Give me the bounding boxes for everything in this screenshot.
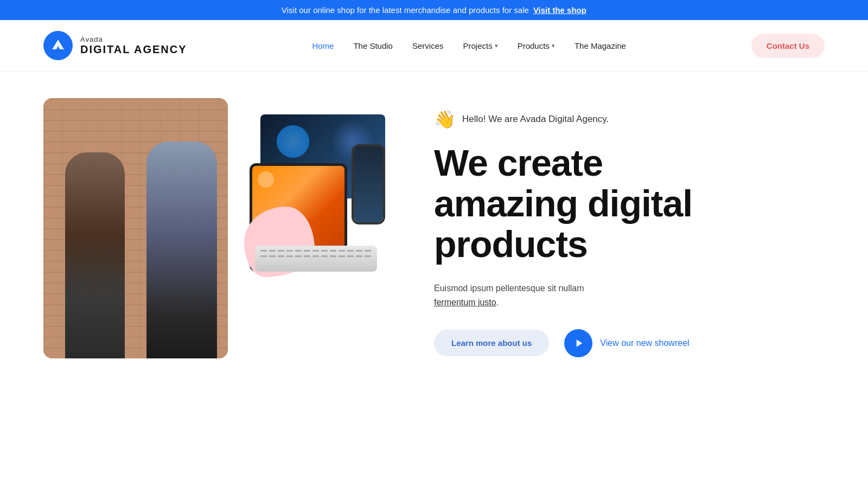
learn-more-button[interactable]: Learn more about us [434, 330, 549, 356]
chevron-down-icon: ▾ [495, 42, 498, 49]
play-icon [575, 338, 584, 348]
header: Avada DIGITAL AGENCY Home The Studio Ser… [0, 20, 868, 71]
hero-description: Euismod ipsum pellentesque sit nullam fe… [434, 281, 608, 309]
logo[interactable]: Avada DIGITAL AGENCY [43, 31, 187, 60]
hero-actions: Learn more about us View our new showree… [434, 329, 825, 357]
showreel-section[interactable]: View our new showreel [564, 329, 689, 357]
agency-name: DIGITAL AGENCY [80, 43, 187, 56]
hero-title: We create amazing digital products [434, 143, 825, 264]
nav-studio[interactable]: The Studio [353, 41, 393, 50]
banner-link[interactable]: Visit the shop [533, 5, 586, 15]
main-nav: Home The Studio Services Projects ▾ Prod… [312, 41, 626, 50]
top-banner: Visit our online shop for the latest mer… [0, 0, 868, 20]
hero-people-image [43, 98, 228, 358]
hero-content: 👋 Hello! We are Avada Digital Agency. We… [434, 98, 825, 357]
nav-projects[interactable]: Projects ▾ [463, 41, 497, 50]
keyboard-image [255, 246, 377, 272]
nav-home[interactable]: Home [312, 41, 334, 50]
contact-button[interactable]: Contact Us [751, 34, 825, 58]
logo-icon [43, 31, 73, 60]
greeting-section: 👋 Hello! We are Avada Digital Agency. [434, 109, 825, 130]
phone-image [352, 144, 385, 224]
greeting-text: Hello! We are Avada Digital Agency. [462, 114, 609, 125]
hero-section: 👋 Hello! We are Avada Digital Agency. We… [0, 71, 868, 483]
nav-services[interactable]: Services [412, 41, 444, 50]
chevron-down-icon: ▾ [552, 42, 555, 49]
devices-container [250, 114, 391, 282]
svg-marker-0 [577, 339, 583, 347]
banner-message: Visit our online shop for the latest mer… [282, 5, 529, 15]
wave-emoji: 👋 [434, 109, 456, 130]
logo-text: Avada DIGITAL AGENCY [80, 35, 187, 56]
brand-name: Avada [80, 35, 187, 43]
nav-magazine[interactable]: The Magazine [575, 41, 626, 50]
nav-products[interactable]: Products ▾ [518, 41, 555, 50]
play-button[interactable] [564, 329, 592, 357]
phone-screen [354, 146, 383, 222]
person-1-silhouette [65, 152, 125, 358]
hero-devices [250, 98, 412, 282]
person-2-silhouette [146, 142, 217, 358]
showreel-label: View our new showreel [600, 338, 689, 348]
fermentum-link[interactable]: fermentum justo [434, 298, 496, 307]
